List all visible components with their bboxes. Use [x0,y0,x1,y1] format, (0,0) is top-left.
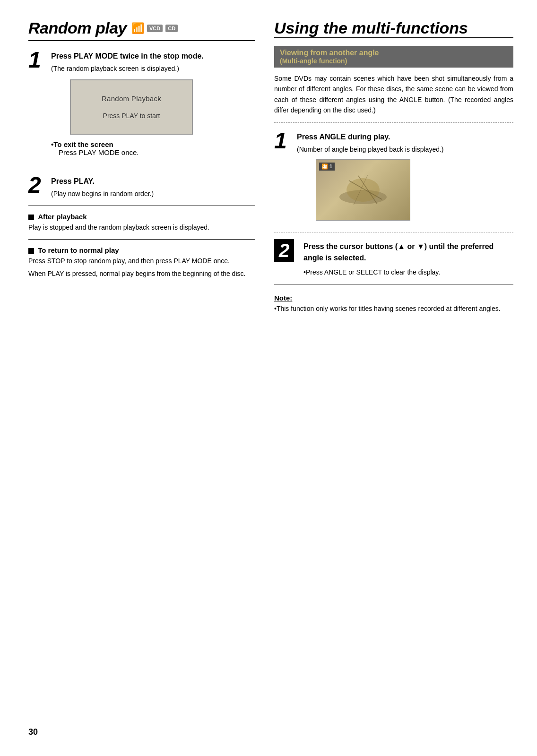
banner-line2: (Multi-angle function) [280,57,508,65]
divider-right-3 [274,284,513,284]
left-column: Random play 📶 VCD CD 1 Press PLAY MODE t… [28,19,255,314]
step-2-left: 2 Press PLAY. (Play now begins in random… [28,174,255,199]
step-1-title: Press PLAY MODE twice in the stop mode. [51,51,255,62]
note-text: •This function only works for titles hav… [274,304,513,314]
step-2-right-title: Press the cursor buttons (▲ or ▼) until … [303,241,513,264]
step-2-content: Press PLAY. (Play now begins in random o… [51,174,255,199]
step-2-right-bullet: •Press ANGLE or SELECT to clear the disp… [303,267,513,277]
exit-text: Press PLAY MODE once. [59,148,139,156]
step-1-left: 1 Press PLAY MODE twice in the stop mode… [28,49,255,160]
screen-line-2: Press PLAY to start [80,112,182,120]
divider-2 [28,206,255,206]
vcd-badge: VCD [147,25,163,32]
step-number-1: 1 [28,49,45,160]
right-section-header: Using the multi-functions [274,19,513,37]
bullet-square-1 [28,215,34,220]
angle-image: 🎦 1 [316,159,410,221]
angle-badge: 🎦 1 [319,163,335,171]
screen-mockup: Random Playback Press PLAY to start [70,79,193,135]
page-number: 30 [28,727,38,737]
screen-line-1: Random Playback [80,94,182,103]
right-title: Using the multi-functions [274,19,513,37]
bullet-square-2 [28,248,34,254]
step-2-title: Press PLAY. [51,176,255,187]
left-section-header: Random play 📶 VCD CD [28,19,255,37]
divider-top-left [28,40,255,41]
viewing-banner: Viewing from another angle (Multi-angle … [274,46,513,68]
step-number-2: 2 [28,174,45,199]
right-column: Using the multi-functions Viewing from a… [274,19,513,314]
return-text-1: Press STOP to stop random play, and then… [28,256,255,266]
return-text-2: When PLAY is pressed, normal play begins… [28,269,255,279]
step-2-right: 2 Press the cursor buttons (▲ or ▼) unti… [274,239,513,277]
exit-bullet: •To exit the screen Press PLAY MODE once… [51,140,255,156]
return-label: To return to normal play [38,246,119,254]
step-number-1-right: 1 [274,129,291,225]
intro-text: Some DVDs may contain scenes which have … [274,73,513,116]
left-title: Random play [28,19,127,37]
after-playback-text: Play is stopped and the random playback … [28,223,255,232]
divider-right-2 [274,232,513,232]
cd-badge: CD [165,25,178,32]
step-1-right: 1 Press ANGLE during play. (Number of an… [274,129,513,225]
step-1-content: Press PLAY MODE twice in the stop mode. … [51,49,255,160]
divider-3 [28,239,255,240]
step-1-subtitle: (The random playback screen is displayed… [51,64,255,74]
step-1-right-content: Press ANGLE during play. (Number of angl… [297,129,513,225]
exit-label: •To exit the screen [51,140,113,148]
return-normal-section: To return to normal play Press STOP to s… [28,246,255,279]
divider-1 [28,167,255,167]
step-1-right-subtitle: (Number of angle being played back is di… [297,145,513,155]
step-number-2-right: 2 [274,239,294,262]
antenna-icon: 📶 [131,22,144,34]
step-2-right-content: Press the cursor buttons (▲ or ▼) until … [300,239,513,277]
banner-line1: Viewing from another angle [280,49,508,57]
after-playback-section: After playback Play is stopped and the r… [28,213,255,232]
note-section: Note: •This function only works for titl… [274,294,513,314]
icons-row: 📶 VCD CD [131,22,178,34]
angle-svg [335,171,391,209]
divider-right-1 [274,122,513,123]
divider-top-right [274,37,513,38]
after-playback-label: After playback [38,213,87,221]
step-2-subtitle: (Play now begins in random order.) [51,189,255,199]
note-title: Note: [274,294,513,302]
step-1-right-title: Press ANGLE during play. [297,131,513,143]
